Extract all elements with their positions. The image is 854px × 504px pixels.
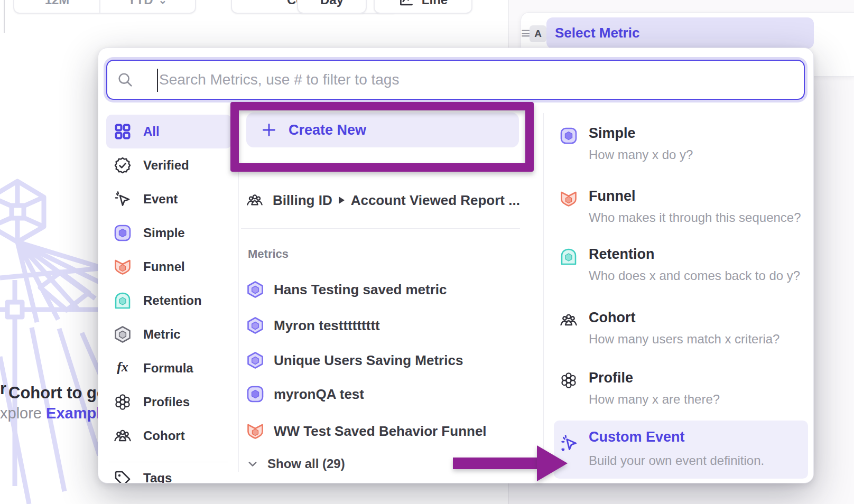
series-badge: A: [530, 25, 546, 42]
sidebar-item-metric[interactable]: Metric: [106, 318, 231, 351]
sidebar-item-formula[interactable]: fx Formula: [106, 351, 231, 385]
background-heading: rCohort to ge: [0, 379, 106, 403]
search-input[interactable]: [134, 71, 804, 89]
text-caret: [157, 69, 158, 92]
sidebar-item-simple[interactable]: Simple: [106, 216, 231, 250]
show-all-button[interactable]: Show all (29): [246, 452, 345, 476]
metric-list-item[interactable]: myronQA test: [246, 382, 519, 406]
sidebar-item-funnel[interactable]: Funnel: [106, 250, 231, 284]
chevron-down-icon: ⌄: [159, 0, 168, 6]
range-ytd-button[interactable]: YTD⌄: [100, 0, 194, 13]
saved-metric-hexagon-icon: [246, 351, 264, 369]
funnel-icon: [246, 422, 264, 440]
sidebar-item-verified[interactable]: Verified: [106, 148, 231, 182]
retention-icon: [114, 292, 132, 310]
event-cursor-icon: [114, 190, 132, 208]
profiles-flower-icon: [560, 371, 578, 389]
search-icon: [117, 71, 134, 88]
type-option-custom-event[interactable]: Custom Event Build your own event defini…: [554, 421, 808, 479]
recents-divider: [241, 228, 520, 229]
retention-icon: [560, 248, 578, 266]
saved-metric-hexagon-icon: [246, 281, 264, 298]
tag-icon: [114, 470, 132, 483]
date-range-group: 12M YTD⌄: [13, 0, 196, 14]
metrics-section-label: Metrics: [248, 247, 289, 261]
cohort-people-icon: [246, 192, 263, 209]
metric-list-item[interactable]: Hans Testing saved metric: [246, 277, 519, 302]
formula-fx-icon: fx: [114, 359, 132, 377]
line-chart-icon: [398, 0, 414, 8]
metric-list-item[interactable]: Myron testtttttttt: [246, 313, 519, 338]
simple-metric-icon: [560, 127, 578, 145]
select-metric-label: Select Metric: [555, 25, 639, 41]
sidebar-item-cohort[interactable]: Cohort: [106, 419, 231, 453]
app-screen: rCohort to ge xplore Example R 12M YTD⌄ …: [0, 0, 854, 504]
grid-icon: [114, 123, 132, 141]
create-new-button[interactable]: Create New: [246, 113, 519, 147]
saved-metric-hexagon-icon: [246, 316, 264, 334]
funnel-icon: [560, 190, 578, 208]
custom-event-cursor-icon: [560, 434, 579, 453]
sidebar-item-retention[interactable]: Retention: [106, 284, 231, 318]
metric-picker-dropdown: All Verified Event Simple Funnel Retenti…: [98, 48, 814, 483]
funnel-icon: [114, 258, 132, 276]
search-box: [106, 60, 805, 100]
heading-fragment: r: [0, 379, 8, 398]
chart-type-line-button[interactable]: Line: [374, 0, 472, 14]
verified-badge-icon: [114, 156, 132, 174]
drag-handle-icon[interactable]: ≡: [521, 24, 531, 42]
metric-list-item[interactable]: WW Test Saved Behavior Funnel: [246, 419, 519, 443]
sidebar-item-tags[interactable]: Tags: [106, 470, 231, 483]
explore-prefix: xplore: [0, 405, 42, 422]
range-12m-button[interactable]: 12M: [15, 0, 99, 13]
sidebar-item-profiles[interactable]: Profiles: [106, 385, 231, 419]
cohort-people-icon: [560, 311, 578, 329]
column-divider-right: [543, 113, 544, 472]
cohort-people-icon: [114, 427, 132, 445]
metric-hexagon-icon: [114, 325, 132, 343]
chevron-down-icon: [246, 458, 259, 470]
profiles-flower-icon: [114, 393, 132, 411]
recents-section-label: Recents: [248, 161, 293, 174]
simple-metric-icon: [114, 224, 132, 242]
plus-icon: [261, 122, 277, 138]
sidebar-item-all[interactable]: All: [106, 115, 231, 148]
column-divider-left: [238, 113, 239, 472]
decorative-wireframe-illustration: [0, 174, 100, 504]
metric-list-item[interactable]: Unique Users Saving Metrics: [246, 348, 519, 372]
recent-item-billing-report[interactable]: Billing ID Account Viewed Report ...: [246, 188, 519, 213]
sidebar-divider: [109, 462, 228, 462]
sidebar-item-event[interactable]: Event: [106, 182, 231, 216]
select-metric-button[interactable]: Select Metric: [546, 17, 814, 49]
granularity-day-button[interactable]: Day: [297, 0, 367, 14]
caret-right-icon: [339, 197, 345, 204]
panel-edge-divider: [4, 0, 5, 33]
simple-metric-icon: [246, 385, 264, 403]
heading-text: Cohort to ge: [8, 384, 106, 402]
